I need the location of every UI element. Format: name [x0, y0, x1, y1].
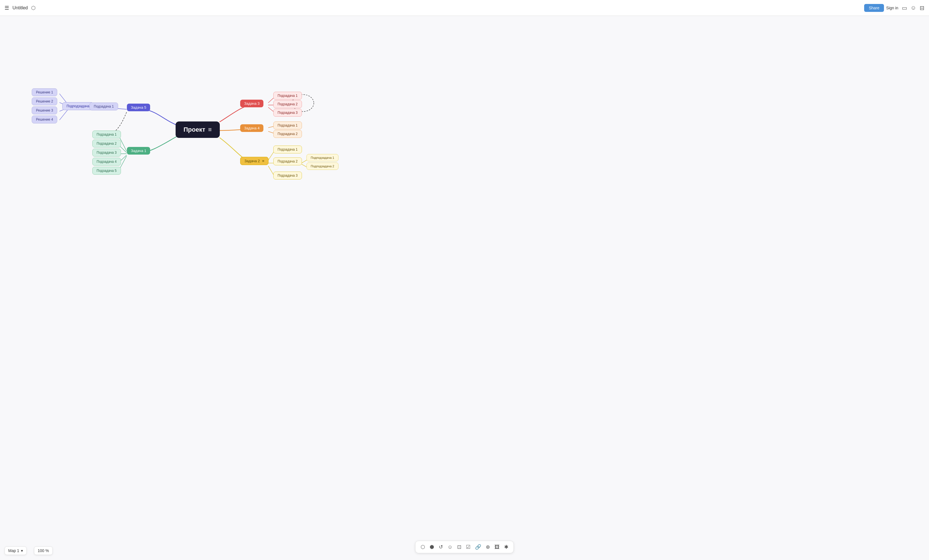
toolbar-icon-7[interactable]: 🔗 [473, 543, 483, 551]
sub-sub-task-label: Подподзадача [67, 104, 89, 108]
menu-icon[interactable]: ☰ [5, 5, 9, 11]
task2-subsub1-label: Подподзадача 1 [311, 156, 334, 159]
task2-icon: ≡ [262, 159, 264, 163]
task2-sub2-label: Подзадача 2 [277, 159, 298, 163]
task1-sub2-node[interactable]: Подзадача 2 [92, 139, 121, 147]
task3-sub3-node[interactable]: Подзадача 3 [273, 109, 302, 117]
task1-sub1-node[interactable]: Подзадача 1 [92, 130, 121, 138]
solution4-node[interactable]: Решение 4 [32, 116, 57, 124]
task2-subsub2-label: Подподзадача 2 [311, 164, 334, 168]
canvas[interactable]: Проект ≡ Задача 5 Задача 1 Задача 3 Зада… [0, 16, 929, 560]
toolbar-icon-3[interactable]: ↺ [437, 543, 445, 551]
signin-button[interactable]: Sign in [886, 6, 898, 10]
task1-sub3-label: Подзадача 3 [97, 151, 117, 155]
map-name: Map 1 [8, 548, 19, 553]
task1-sub2-label: Подзадача 2 [97, 142, 117, 145]
task3-node[interactable]: Задача 3 [240, 99, 264, 107]
toolbar-icon-2[interactable]: ⬢ [428, 543, 436, 551]
toolbar-icon-1[interactable]: ⬡ [419, 543, 427, 551]
task1-sub4-node[interactable]: Подзадача 4 [92, 158, 121, 165]
solution4-label: Решение 4 [36, 118, 53, 121]
task3-sub1-label: Подзадача 1 [277, 94, 298, 98]
task1-sub3-node[interactable]: Подзадача 3 [92, 148, 121, 156]
solution3-label: Решение 3 [36, 109, 53, 112]
task2-sub2-node[interactable]: Подзадача 2 [273, 158, 302, 165]
toolbar-icon-9[interactable]: 🖼 [493, 543, 501, 551]
map-label[interactable]: Map 1 ▾ [5, 546, 27, 555]
task1-label: Задача 1 [131, 148, 146, 153]
layout-icon[interactable]: ⊟ [920, 5, 924, 11]
doc-title[interactable]: Untitled [12, 5, 28, 11]
header-left: ☰ Untitled ⬡ [5, 5, 36, 11]
emoji-icon[interactable]: ☺ [911, 5, 916, 11]
toolbar-icon-10[interactable]: ✱ [503, 543, 510, 551]
task3-sub2-node[interactable]: Подзадача 2 [273, 100, 302, 108]
solution2-label: Решение 2 [36, 99, 53, 103]
toolbar-icon-8[interactable]: ⊕ [484, 543, 492, 551]
task2-sub1-node[interactable]: Подзадача 1 [273, 145, 302, 153]
task3-label: Задача 3 [244, 101, 259, 106]
video-icon[interactable]: ▭ [902, 5, 907, 11]
zoom-label: 100 % [34, 546, 53, 555]
sub-sub-task-node[interactable]: Подподзадача [62, 102, 94, 110]
task1-sub4-label: Подзадача 4 [97, 160, 117, 164]
connections-svg [0, 16, 929, 560]
center-node-label: Проект [184, 126, 205, 133]
center-node[interactable]: Проект ≡ [176, 121, 220, 138]
solution1-node[interactable]: Решение 1 [32, 88, 57, 96]
task4-label: Задача 4 [244, 126, 259, 130]
save-icon[interactable]: ⬡ [31, 5, 36, 11]
zoom-value: 100 % [38, 548, 49, 553]
task2-subsub1-node[interactable]: Подподзадача 1 [307, 154, 339, 161]
task4-sub1-label: Подзадача 1 [277, 124, 298, 127]
task5-label: Задача 5 [131, 105, 146, 110]
task1-sub1-label: Подзадача 1 [97, 133, 117, 136]
toolbar-icon-6[interactable]: ☑ [464, 543, 472, 551]
task3-sub2-label: Подзадача 2 [277, 102, 298, 106]
task2-label: Задача 2 [244, 159, 260, 163]
task3-sub1-node[interactable]: Подзадача 1 [273, 92, 302, 99]
task5-sub1-label: Подзадача 1 [94, 104, 114, 109]
task3-sub3-label: Подзадача 3 [277, 111, 298, 115]
solution1-label: Решение 1 [36, 90, 53, 94]
task4-sub1-node[interactable]: Подзадача 1 [273, 121, 302, 129]
task2-sub3-node[interactable]: Подзадача 3 [273, 171, 302, 179]
header: ☰ Untitled ⬡ Share Sign in ▭ ☺ ⊟ [0, 0, 929, 16]
task2-subsub2-node[interactable]: Подподзадача 2 [307, 162, 339, 170]
header-right: Share Sign in ▭ ☺ ⊟ [864, 4, 924, 12]
task5-node[interactable]: Задача 5 [127, 104, 150, 111]
task4-node[interactable]: Задача 4 [240, 124, 264, 132]
bottom-toolbar: ⬡ ⬢ ↺ ☺ ⊡ ☑ 🔗 ⊕ 🖼 ✱ [415, 541, 514, 553]
task1-node[interactable]: Задача 1 [127, 147, 150, 155]
toolbar-icon-4[interactable]: ☺ [446, 543, 454, 551]
solution2-node[interactable]: Решение 2 [32, 97, 57, 105]
task2-node[interactable]: Задача 2 ≡ [240, 157, 268, 165]
center-node-icon: ≡ [208, 126, 212, 133]
task2-sub3-label: Подзадача 3 [277, 174, 298, 177]
map-dropdown-icon[interactable]: ▾ [21, 548, 23, 553]
share-button[interactable]: Share [864, 4, 884, 12]
task4-sub2-node[interactable]: Подзадача 2 [273, 130, 302, 138]
task2-sub1-label: Подзадача 1 [277, 147, 298, 151]
task1-sub5-label: Подзадача 5 [97, 169, 117, 173]
task1-sub5-node[interactable]: Подзадача 5 [92, 167, 121, 175]
task5-sub1-node[interactable]: Подзадача 1 [89, 103, 118, 110]
toolbar-icon-5[interactable]: ⊡ [455, 543, 463, 551]
solution3-node[interactable]: Решение 3 [32, 106, 57, 115]
task4-sub2-label: Подзадача 2 [277, 132, 298, 136]
